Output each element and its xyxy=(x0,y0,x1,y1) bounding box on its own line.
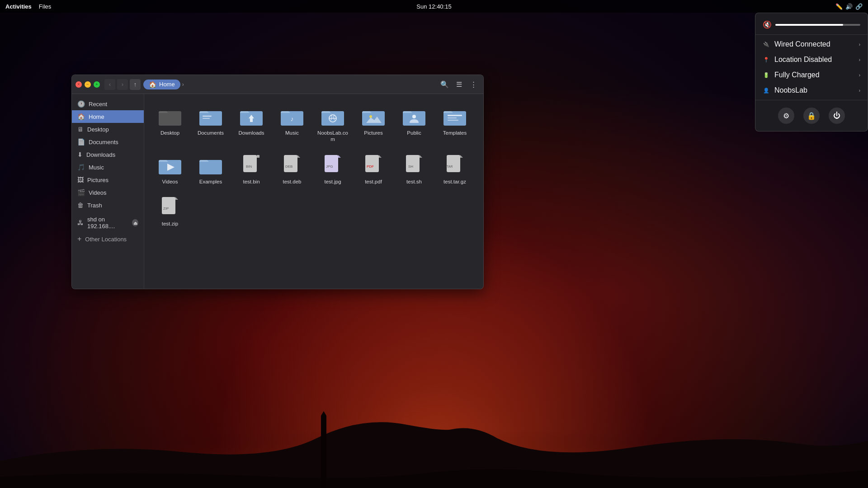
location-icon: 📍 xyxy=(763,56,770,63)
file-item-test-bin[interactable]: BIN test.bin xyxy=(233,150,270,189)
test-pdf-file-icon: PDF xyxy=(364,154,382,177)
panel-item-location[interactable]: 📍 Location Disabled › xyxy=(755,52,868,67)
svg-rect-33 xyxy=(365,155,379,172)
nav-back-button[interactable]: ‹ xyxy=(104,79,115,90)
search-button[interactable]: 🔍 xyxy=(438,78,451,91)
titlebar-actions: 🔍 ☰ ⋮ xyxy=(438,78,480,91)
volume-slider[interactable] xyxy=(775,24,860,26)
sidebar-item-home[interactable]: 🏠 Home xyxy=(72,110,144,123)
pictures-folder-icon xyxy=(362,107,385,127)
desktop-folder-label: Desktop xyxy=(160,130,179,136)
test-bin-label: test.bin xyxy=(243,179,259,185)
system-tray[interactable]: ✏️ 🔊 🔗 xyxy=(835,3,863,10)
location-label: Home xyxy=(159,81,175,88)
settings-action-button[interactable]: ⚙ xyxy=(778,108,794,124)
music-folder-icon-wrap: ♪ xyxy=(280,105,304,128)
svg-rect-17 xyxy=(448,115,462,116)
file-item-pictures[interactable]: Pictures xyxy=(355,101,392,146)
pictures-icon: 🖼 xyxy=(77,176,84,183)
file-item-documents[interactable]: Documents xyxy=(192,101,229,146)
test-bin-icon-wrap: BIN xyxy=(240,154,263,177)
app-menu-files[interactable]: Files xyxy=(39,3,51,10)
file-item-examples[interactable]: Examples xyxy=(192,150,229,189)
videos-folder-label: Videos xyxy=(162,179,178,185)
battery-chevron: › xyxy=(859,73,860,78)
templates-folder-icon xyxy=(443,107,467,127)
panel-item-user[interactable]: 👤 NoobsLab › xyxy=(755,83,868,98)
sidebar-item-desktop[interactable]: 🖥 Desktop xyxy=(72,123,144,136)
sidebar-item-recent[interactable]: 🕐 Recent xyxy=(72,98,144,110)
file-item-noobslab[interactable]: NoobsLab.com xyxy=(314,101,351,146)
desktop-folder-icon xyxy=(158,107,182,127)
sidebar-item-videos[interactable]: 🎬 Videos xyxy=(72,186,144,199)
volume-control[interactable]: 🔇 xyxy=(755,17,868,33)
svg-text:♪: ♪ xyxy=(291,115,294,122)
file-item-templates[interactable]: Templates xyxy=(436,101,473,146)
downloads-folder-icon-wrap xyxy=(240,105,263,128)
documents-folder-icon-wrap xyxy=(199,105,222,128)
svg-rect-27 xyxy=(284,155,297,172)
activities-button[interactable]: Activities xyxy=(5,3,32,10)
public-folder-icon-wrap xyxy=(402,105,426,128)
battery-icon: 🔋 xyxy=(763,71,770,79)
file-item-test-sh[interactable]: SH test.sh xyxy=(396,150,433,189)
svg-rect-30 xyxy=(325,155,338,172)
menu-button[interactable]: ⋮ xyxy=(467,78,480,91)
clock: Sun 12:40:15 xyxy=(416,3,451,10)
file-item-downloads[interactable]: Downloads xyxy=(233,101,270,146)
downloads-icon: ⬇ xyxy=(77,151,83,158)
test-zip-label: test.zip xyxy=(162,221,178,227)
file-item-test-zip[interactable]: ZIP test.zip xyxy=(151,192,189,231)
file-item-test-pdf[interactable]: PDF test.pdf xyxy=(355,150,392,189)
sidebar-item-music[interactable]: 🎵 Music xyxy=(72,161,144,174)
panel-actions: ⚙ 🔒 ⏻ xyxy=(755,102,868,127)
list-view-button[interactable]: ☰ xyxy=(453,78,465,91)
sidebar-item-downloads[interactable]: ⬇ Downloads xyxy=(72,148,144,161)
file-grid: Desktop Documents xyxy=(151,101,476,231)
test-jpg-label: test.jpg xyxy=(324,179,341,185)
panel-divider-1 xyxy=(755,34,868,35)
svg-rect-11 xyxy=(362,111,385,126)
panel-divider-2 xyxy=(755,100,868,100)
location-chevron: › xyxy=(859,57,860,62)
svg-text:BIN: BIN xyxy=(246,164,252,169)
power-action-button[interactable]: ⏻ xyxy=(829,108,845,124)
file-item-public[interactable]: Public xyxy=(396,101,433,146)
sidebar-item-pictures[interactable]: 🖼 Pictures xyxy=(72,174,144,186)
svg-point-15 xyxy=(412,115,416,118)
desktop-folder-icon-wrap xyxy=(158,105,182,128)
sidebar: 🕐 Recent 🏠 Home 🖥 Desktop 📄 Documents ⬇ … xyxy=(72,94,144,289)
file-item-videos[interactable]: Videos xyxy=(151,150,189,189)
sidebar-label-videos: Videos xyxy=(89,189,107,196)
svg-rect-0 xyxy=(159,111,181,126)
window-maximize-button[interactable]: + xyxy=(94,81,100,88)
user-chevron: › xyxy=(859,88,860,93)
file-item-desktop[interactable]: Desktop xyxy=(151,101,189,146)
titlebar-nav: ‹ › ↑ xyxy=(104,79,141,90)
location-pill[interactable]: 🏠 Home xyxy=(143,80,180,89)
svg-marker-43 xyxy=(175,197,178,200)
panel-item-wired[interactable]: 🔌 Wired Connected › xyxy=(755,37,868,52)
svg-text:ZIP: ZIP xyxy=(163,206,169,211)
sidebar-item-documents[interactable]: 📄 Documents xyxy=(72,136,144,148)
eject-button[interactable]: ⏏ xyxy=(132,219,138,226)
nav-forward-button[interactable]: › xyxy=(117,79,128,90)
window-close-button[interactable]: × xyxy=(75,81,82,88)
svg-text:TAR: TAR xyxy=(447,165,453,168)
examples-folder-label: Examples xyxy=(199,179,222,185)
file-item-test-tar[interactable]: TAR test.tar.gz xyxy=(436,150,473,189)
nav-up-button[interactable]: ↑ xyxy=(130,79,141,90)
svg-rect-19 xyxy=(448,120,458,121)
window-minimize-button[interactable]: − xyxy=(85,81,91,88)
file-item-music[interactable]: ♪ Music xyxy=(274,101,311,146)
panel-item-battery[interactable]: 🔋 Fully Charged › xyxy=(755,67,868,83)
file-item-test-jpg[interactable]: JPG test.jpg xyxy=(314,150,351,189)
network-drive-icon: 🖧 xyxy=(77,219,84,226)
file-item-test-deb[interactable]: DEB test.deb xyxy=(274,150,311,189)
lock-action-button[interactable]: 🔒 xyxy=(803,108,820,124)
sidebar-item-other-locations[interactable]: + Other Locations xyxy=(72,232,144,246)
recent-icon: 🕐 xyxy=(77,100,85,108)
svg-rect-36 xyxy=(406,155,420,172)
sidebar-item-network[interactable]: 🖧 shd on 192.168.... ⏏ xyxy=(72,213,144,232)
sidebar-item-trash[interactable]: 🗑 Trash xyxy=(72,199,144,211)
